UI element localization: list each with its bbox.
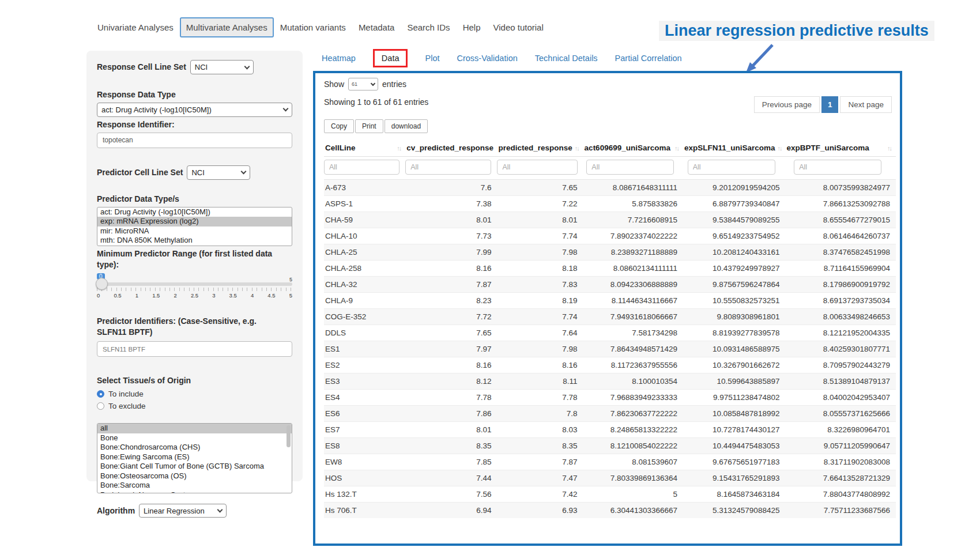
sidebar: Response Cell Line Set NCI Response Data… — [86, 51, 303, 481]
list-item-bone-giant-cell-tumor-of-bone-gctb-sarcoma[interactable]: Bone:Giant Cell Tumor of Bone (GCTB) Sar… — [97, 462, 292, 471]
sort-icon[interactable]: ↑↓ — [674, 145, 679, 152]
list-item-bone-chondrosarcoma-chs[interactable]: Bone:Chondrosarcoma (CHS) — [97, 443, 292, 452]
predictor-identifiers-input[interactable] — [97, 341, 292, 357]
cell-line-name: HOS — [324, 470, 405, 486]
cell-value: 8.08671648311111 — [583, 180, 683, 196]
cell-value: 7.22 — [497, 196, 583, 212]
slider-tickmarks — [97, 288, 292, 291]
response-data-type-select[interactable]: act: Drug Activity (-log10[IC50M]) — [97, 103, 292, 117]
cell-value: 8.16 — [405, 357, 497, 373]
tab-plot[interactable]: Plot — [425, 54, 439, 63]
min-predictor-range-slider[interactable]: 0 5 00.511.522.533.544.55 — [97, 282, 292, 308]
column-header-predicted-response[interactable]: predicted_response↑↓ — [497, 139, 583, 157]
cell-value: 10.3267901662672 — [683, 357, 785, 373]
predictor-cell-line-set-select[interactable]: NCI — [187, 165, 250, 180]
list-item-bone[interactable]: Bone — [97, 433, 292, 443]
response-identifier-label: Response Identifier: — [97, 119, 292, 130]
column-label: predicted_response — [498, 144, 572, 152]
cell-value: 8.12121952004335 — [785, 325, 896, 341]
list-item-mir-microrna[interactable]: mir: MicroRNA — [97, 227, 292, 236]
sort-icon[interactable]: ↑↓ — [397, 145, 401, 152]
cell-value: 7.86613253092788 — [785, 196, 896, 212]
cell-line-name: A-673 — [324, 180, 405, 196]
nav-item-univariate-analyses[interactable]: Univariate Analyses — [91, 17, 180, 37]
column-header-expslfn11-unisarcoma[interactable]: expSLFN11_uniSarcoma↑↓ — [683, 139, 785, 157]
algorithm-select[interactable]: Linear Regression — [139, 504, 227, 518]
cell-value: 7.80339869136364 — [583, 470, 683, 486]
nav-item-mutation-variants[interactable]: Mutation variants — [274, 17, 352, 37]
filter-input-cv-predicted-response[interactable] — [405, 160, 491, 175]
cell-line-name: ES3 — [324, 373, 405, 390]
cell-value: 8.37476582451998 — [785, 244, 896, 261]
slider-track[interactable] — [97, 282, 292, 286]
filter-input-expbptf-unisarcoma[interactable] — [794, 160, 881, 175]
filter-input-expslfn11-unisarcoma[interactable] — [688, 160, 775, 175]
list-item-peripheral-nervous-system[interactable]: Peripheral_Nervous_System — [97, 490, 292, 494]
list-item-act-drug-activity-log10-ic50m[interactable]: act: Drug Activity (-log10[IC50M]) — [97, 207, 292, 217]
nav-item-metadata[interactable]: Metadata — [352, 17, 401, 37]
cell-value: 8.16 — [497, 357, 583, 373]
nav-item-video-tutorial[interactable]: Video tutorial — [487, 17, 549, 37]
list-item-mth-dna-850k-methylation[interactable]: mth: DNA 850K Methylation — [97, 236, 292, 246]
cell-value: 7.78 — [497, 390, 583, 406]
scrollbar-thumb[interactable] — [287, 425, 291, 447]
cell-value: 8.3226980964701 — [785, 422, 896, 438]
cell-value: 7.74 — [497, 228, 583, 244]
cell-value: 7.42 — [497, 486, 583, 503]
nav-item-search-ids[interactable]: Search IDs — [401, 17, 456, 37]
tab-partial-correlation[interactable]: Partial Correlation — [615, 54, 682, 63]
cell-value: 10.0931486588975 — [683, 341, 785, 357]
slider-tick-labels: 00.511.522.533.544.55 — [97, 292, 292, 299]
tab-cross-validation[interactable]: Cross-Validation — [457, 54, 517, 63]
download-button[interactable]: download — [385, 119, 428, 133]
predictor-data-type-list[interactable]: act: Drug Activity (-log10[IC50M])exp: m… — [97, 207, 292, 246]
column-header-cellline[interactable]: CellLine↑↓ — [324, 139, 405, 157]
show-entries-select[interactable]: 61 — [348, 78, 378, 90]
slider-tick-label: 4.5 — [267, 292, 275, 299]
nav-item-help[interactable]: Help — [457, 17, 487, 37]
nav-item-multivariate-analyses[interactable]: Multivariate Analyses — [180, 17, 274, 37]
tissue-origin-list[interactable]: allBoneBone:Chondrosarcoma (CHS)Bone:Ewi… — [97, 423, 292, 493]
tab-technical-details[interactable]: Technical Details — [535, 54, 598, 63]
cell-value: 7.87 — [497, 454, 583, 470]
column-header-act609699-unisarcoma[interactable]: act609699_uniSarcoma↑↓ — [583, 139, 683, 157]
column-header-cv-predicted-response[interactable]: cv_predicted_response↑↓ — [405, 139, 497, 157]
print-button[interactable]: Print — [355, 119, 383, 133]
column-header-expbptf-unisarcoma[interactable]: expBPTF_uniSarcoma↑↓ — [785, 139, 896, 157]
cell-line-name: CHLA-9 — [324, 293, 405, 309]
sort-icon[interactable]: ↑↓ — [575, 145, 579, 152]
copy-button[interactable]: Copy — [324, 119, 354, 133]
list-item-all[interactable]: all — [97, 424, 292, 433]
sort-icon[interactable]: ↑↓ — [887, 145, 891, 152]
slider-tick-label: 2.5 — [191, 292, 198, 299]
response-cell-line-set-select[interactable]: NCI — [190, 60, 254, 74]
list-item-bone-osteosarcoma-os[interactable]: Bone:Osteosarcoma (OS) — [97, 471, 292, 481]
page-1-button[interactable]: 1 — [821, 96, 839, 113]
filter-input-act609699-unisarcoma[interactable] — [586, 160, 674, 175]
tissue-origin-radios: To includeTo exclude — [97, 390, 292, 410]
radio-to-exclude[interactable] — [97, 402, 104, 410]
chevron-down-icon — [241, 169, 247, 175]
sort-icon[interactable]: ↑↓ — [496, 145, 497, 152]
response-identifier-input[interactable] — [97, 133, 292, 148]
list-item-bone-sarcoma[interactable]: Bone:Sarcoma — [97, 481, 292, 490]
slider-tick-label: 4 — [251, 292, 254, 299]
tab-heatmap[interactable]: Heatmap — [322, 54, 356, 63]
list-item-exp-mrna-expression-log2[interactable]: exp: mRNA Expression (log2) — [97, 217, 292, 227]
tab-data[interactable]: Data — [373, 49, 408, 67]
list-item-bone-ewing-sarcoma-es[interactable]: Bone:Ewing Sarcoma (ES) — [97, 452, 292, 462]
pagination: Previous page 1 Next page — [754, 96, 892, 113]
cell-value: 8.18 — [497, 261, 583, 277]
sort-icon[interactable]: ↑↓ — [778, 145, 782, 152]
filter-input-predicted-response[interactable] — [497, 160, 577, 175]
results-tabs: HeatmapDataPlotCross-ValidationTechnical… — [322, 48, 682, 68]
next-page-button[interactable]: Next page — [840, 96, 892, 113]
previous-page-button[interactable]: Previous page — [754, 96, 820, 113]
chevron-down-icon — [217, 507, 223, 513]
cell-line-name: COG-E-352 — [324, 309, 405, 325]
cell-value: 7.64 — [497, 325, 583, 341]
filter-input-cellline[interactable] — [324, 160, 399, 175]
radio-to-include[interactable] — [97, 390, 104, 398]
filter-cell-cellline — [324, 157, 405, 180]
cell-value: 7.88043774808992 — [785, 486, 896, 503]
